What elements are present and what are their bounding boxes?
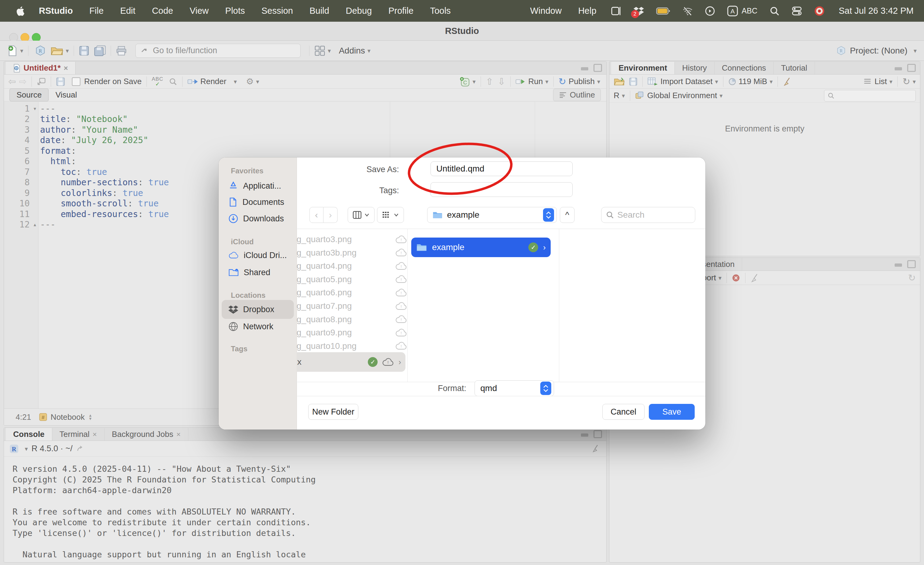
file-row[interactable]: g_quarto5.png! (297, 273, 407, 286)
outline-button[interactable]: Outline (553, 88, 601, 101)
save-doc-icon[interactable] (56, 77, 65, 86)
project-menu[interactable]: R Project: (None) ▾ (836, 46, 916, 56)
import-dataset-caret[interactable]: ▾ (715, 78, 718, 85)
tab-history[interactable]: History (675, 62, 714, 74)
save-workspace-icon[interactable] (629, 77, 638, 86)
sidebar-item-documents[interactable]: Documents (228, 193, 284, 211)
spellcheck-icon[interactable]: ABC ✓ (152, 77, 163, 87)
file-row[interactable]: g_quarto9.png! (297, 326, 407, 339)
wifi-off-icon[interactable] (682, 6, 693, 16)
menu-plots[interactable]: Plots (217, 6, 253, 16)
dialog-search-input[interactable]: Search (601, 207, 695, 223)
input-source-icon[interactable]: A ABC (727, 6, 758, 16)
file-row[interactable]: g_quarto10.png! (297, 339, 407, 353)
sidebar-item-network[interactable]: Network (228, 318, 273, 335)
refresh-help-icon[interactable]: ↻ (908, 273, 916, 283)
addins-caret[interactable]: ▾ (368, 47, 370, 54)
visual-mode-button[interactable]: Visual (49, 88, 84, 101)
code-line[interactable]: 3author: "Your Name" (4, 124, 606, 135)
memory-usage-label[interactable]: 119 MiB (739, 77, 767, 86)
find-replace-icon[interactable] (169, 77, 177, 86)
environment-search-input[interactable] (824, 90, 916, 102)
format-dropdown[interactable]: qmd (474, 380, 554, 396)
menu-debug[interactable]: Debug (338, 6, 380, 16)
close-jobs-icon[interactable]: × (176, 430, 181, 439)
save-button[interactable] (79, 46, 89, 56)
publish-caret[interactable]: ▾ (597, 78, 600, 85)
console-popout-icon[interactable] (76, 445, 84, 453)
menu-view[interactable]: View (182, 6, 217, 16)
menubar-clock[interactable]: Sat Jul 26 3:42 PM (839, 6, 914, 16)
menu-window[interactable]: Window (522, 6, 570, 16)
tab-environment[interactable]: Environment (611, 62, 675, 74)
popout-icon[interactable] (37, 77, 46, 86)
open-file-caret[interactable]: ▾ (66, 47, 69, 54)
cursor-position[interactable]: 4:21 (16, 412, 31, 422)
run-caret[interactable]: ▾ (545, 78, 548, 85)
run-label[interactable]: Run (528, 77, 543, 86)
selected-parent-folder-row[interactable]: x ✓ ! › (297, 352, 405, 372)
maximize-pane-icon[interactable] (907, 260, 916, 268)
scope-caret[interactable]: ▾ (720, 92, 723, 99)
outline-selector[interactable]: # Notebook ▲▼ (39, 412, 92, 422)
open-file-button[interactable] (51, 45, 63, 56)
back-button[interactable]: ‹ (309, 207, 324, 223)
menu-rstudio[interactable]: RStudio (31, 6, 81, 16)
save-button[interactable]: Save (649, 404, 694, 420)
new-project-button[interactable]: R (34, 45, 46, 57)
disclosure-button[interactable]: ^ (560, 207, 574, 223)
code-line[interactable]: 1▾--- (4, 103, 606, 114)
save-all-button[interactable] (94, 45, 106, 56)
minimize-pane-icon[interactable] (580, 430, 589, 438)
file-row[interactable]: g_quarto8.png! (297, 313, 407, 326)
display-icon[interactable] (611, 6, 621, 16)
new-folder-button[interactable]: New Folder (308, 404, 358, 420)
list-view-icon[interactable] (864, 78, 872, 85)
sidebar-item-shared[interactable]: Shared (228, 264, 270, 281)
selected-folder-row[interactable]: example ✓ › (411, 238, 550, 257)
menu-build[interactable]: Build (301, 6, 338, 16)
view-options-button[interactable] (377, 207, 404, 223)
nav-back-icon[interactable]: ⇦ (8, 76, 16, 87)
source-mode-button[interactable]: Source (9, 88, 49, 102)
global-environment-selector[interactable]: Global Environment (647, 91, 717, 100)
clear-console-icon[interactable] (592, 444, 601, 453)
stop-icon[interactable] (732, 274, 740, 282)
run-icon[interactable] (516, 78, 526, 85)
new-file-button[interactable] (8, 45, 18, 57)
menu-file[interactable]: File (81, 6, 112, 16)
insert-chunk-icon[interactable]: C (459, 77, 470, 87)
maximize-pane-icon[interactable] (594, 64, 602, 72)
play-circle-icon[interactable] (705, 6, 715, 16)
code-line[interactable]: 5format: (4, 145, 606, 156)
tab-console[interactable]: Console (6, 428, 52, 441)
panes-caret[interactable]: ▾ (328, 47, 331, 54)
refresh-icon[interactable]: ↻ (903, 76, 910, 87)
menu-edit[interactable]: Edit (112, 6, 144, 16)
sidebar-item-icloud-drive[interactable]: iCloud Dri... (228, 247, 287, 264)
run-previous-icon[interactable]: ⇧ (486, 76, 494, 87)
minimize-pane-icon[interactable] (894, 260, 903, 268)
sidebar-item-dropbox[interactable]: Dropbox (228, 301, 274, 318)
location-dropdown[interactable]: example (427, 207, 557, 223)
window-titlebar[interactable]: RStudio (0, 22, 924, 40)
list-view-label[interactable]: List (874, 77, 887, 86)
render-caret[interactable]: ▾ (234, 78, 237, 85)
addins-button[interactable]: Addins (339, 46, 365, 55)
console-r-caret[interactable]: ▾ (25, 445, 28, 453)
console-output[interactable]: R version 4.5.0 (2025-04-11) -- "How Abo… (4, 457, 606, 561)
insert-chunk-caret[interactable]: ▾ (472, 78, 476, 85)
menu-tools[interactable]: Tools (422, 6, 459, 16)
dropbox-menubar-icon[interactable]: 2 (633, 6, 644, 16)
tab-connections[interactable]: Connections (714, 62, 774, 74)
view-columns-button[interactable] (348, 207, 375, 223)
run-next-icon[interactable]: ⇩ (498, 76, 506, 87)
code-line[interactable]: 2title: "Notebook" (4, 114, 606, 125)
publish-label[interactable]: Publish (569, 77, 595, 86)
render-on-save-checkbox[interactable] (72, 77, 80, 86)
new-file-caret[interactable]: ▾ (20, 47, 23, 54)
language-selector[interactable]: R (614, 91, 620, 100)
tab-untitled1[interactable]: Untitled1* × (6, 62, 75, 74)
goto-file-function-input[interactable]: Go to file/function (135, 44, 300, 58)
control-center-icon[interactable] (792, 6, 802, 16)
